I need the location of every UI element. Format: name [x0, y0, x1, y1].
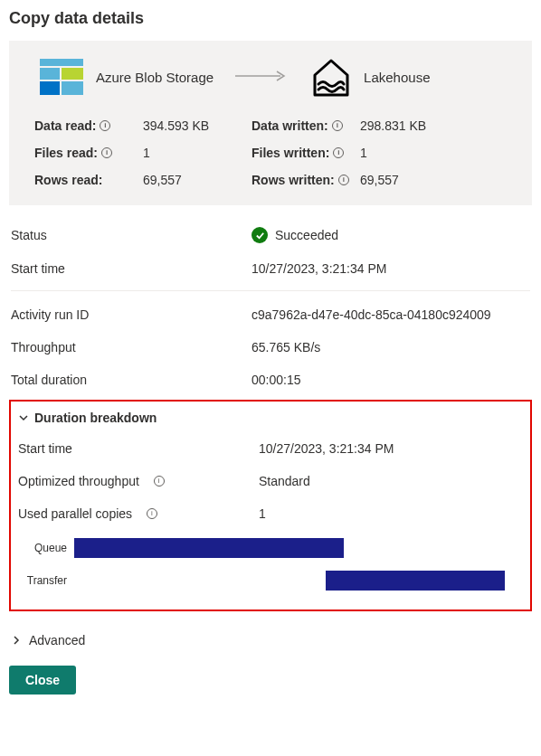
optimized-throughput-label: Optimized throughput i: [18, 474, 259, 488]
svg-rect-2: [62, 68, 83, 80]
advanced-expander[interactable]: Advanced: [9, 628, 532, 666]
rows-read-label: Rows read:: [34, 173, 143, 187]
data-written-label: Data written:i: [252, 118, 360, 133]
svg-rect-3: [40, 81, 60, 95]
source-service: Azure Blob Storage: [40, 59, 214, 95]
source-label: Azure Blob Storage: [96, 70, 214, 85]
start-time-label: Start time: [11, 261, 252, 276]
gantt-track: [74, 538, 523, 558]
dest-service: Lakehouse: [311, 55, 430, 99]
gantt-track: [74, 571, 523, 591]
duration-breakdown-expander[interactable]: Duration breakdown: [18, 407, 523, 432]
data-read-label: Data read:i: [34, 118, 143, 133]
svg-rect-0: [40, 59, 83, 66]
divider: [11, 290, 530, 291]
parallel-copies-row: Used parallel copies i 1: [18, 497, 523, 530]
dest-label: Lakehouse: [364, 70, 430, 85]
files-read-value: 1: [143, 146, 252, 160]
advanced-label: Advanced: [29, 633, 85, 647]
breakdown-start-time-label: Start time: [18, 441, 259, 456]
rows-written-label: Rows written:i: [252, 173, 360, 187]
info-icon[interactable]: i: [100, 120, 110, 131]
data-written-value: 298.831 KB: [360, 118, 469, 133]
info-icon[interactable]: i: [154, 476, 165, 487]
status-label: Status: [11, 228, 252, 242]
activity-id-value: c9a7962a-d47e-40dc-85ca-04180c924009: [252, 307, 491, 322]
breakdown-start-time-value: 10/27/2023, 3:21:34 PM: [259, 441, 394, 456]
throughput-row: Throughput 65.765 KB/s: [11, 331, 530, 364]
optimized-throughput-row: Optimized throughput i Standard: [18, 465, 523, 497]
breakdown-start-time-row: Start time 10/27/2023, 3:21:34 PM: [18, 432, 523, 465]
metrics-grid: Data read:i 394.593 KB Data written:i 29…: [34, 118, 507, 187]
info-icon[interactable]: i: [332, 120, 343, 131]
chevron-right-icon: [11, 635, 22, 646]
parallel-copies-value: 1: [259, 506, 266, 521]
total-duration-value: 00:00:15: [252, 373, 301, 387]
gantt-transfer-bar: [326, 571, 505, 591]
chevron-down-icon: [18, 412, 29, 423]
start-time-value: 10/27/2023, 3:21:34 PM: [252, 261, 386, 276]
parallel-copies-label: Used parallel copies i: [18, 506, 259, 521]
total-duration-row: Total duration 00:00:15: [11, 364, 530, 396]
rows-read-value: 69,557: [143, 173, 252, 187]
blob-storage-icon: [40, 59, 83, 95]
transfer-visual: Azure Blob Storage Lakehouse: [34, 55, 507, 99]
lakehouse-icon: [311, 55, 351, 99]
duration-breakdown-header: Duration breakdown: [34, 411, 157, 425]
info-icon[interactable]: i: [147, 508, 157, 519]
gantt-queue-bar: [74, 538, 344, 558]
optimized-throughput-value: Standard: [259, 474, 310, 488]
duration-breakdown-highlight: Duration breakdown Start time 10/27/2023…: [9, 400, 532, 611]
transfer-summary-card: Azure Blob Storage Lakehouse Data read:i…: [9, 41, 532, 205]
data-read-value: 394.593 KB: [143, 118, 252, 133]
info-icon[interactable]: i: [101, 147, 112, 158]
arrow-icon: [235, 70, 289, 85]
throughput-value: 65.765 KB/s: [252, 340, 320, 354]
gantt-transfer-row: Transfer: [22, 570, 523, 591]
files-written-value: 1: [360, 146, 469, 160]
files-read-label: Files read:i: [34, 146, 143, 160]
info-icon[interactable]: i: [338, 175, 349, 185]
gantt-transfer-label: Transfer: [22, 574, 74, 587]
close-button[interactable]: Close: [9, 666, 76, 695]
gantt-queue-row: Queue: [22, 537, 523, 559]
total-duration-label: Total duration: [11, 373, 252, 387]
start-time-row: Start time 10/27/2023, 3:21:34 PM: [11, 252, 530, 285]
page-title: Copy data details: [9, 9, 532, 28]
gantt-queue-label: Queue: [22, 542, 74, 554]
status-row: Status Succeeded: [11, 218, 530, 252]
status-value: Succeeded: [275, 228, 338, 242]
throughput-label: Throughput: [11, 340, 252, 354]
activity-id-label: Activity run ID: [11, 307, 252, 322]
duration-gantt: Queue Transfer: [22, 537, 523, 591]
files-written-label: Files written:i: [252, 146, 360, 160]
status-section: Status Succeeded Start time 10/27/2023, …: [9, 218, 532, 396]
rows-written-value: 69,557: [360, 173, 469, 187]
svg-rect-4: [62, 81, 83, 95]
activity-id-row: Activity run ID c9a7962a-d47e-40dc-85ca-…: [11, 298, 530, 331]
success-icon: [252, 227, 268, 243]
svg-rect-1: [40, 68, 60, 80]
info-icon[interactable]: i: [333, 147, 344, 158]
